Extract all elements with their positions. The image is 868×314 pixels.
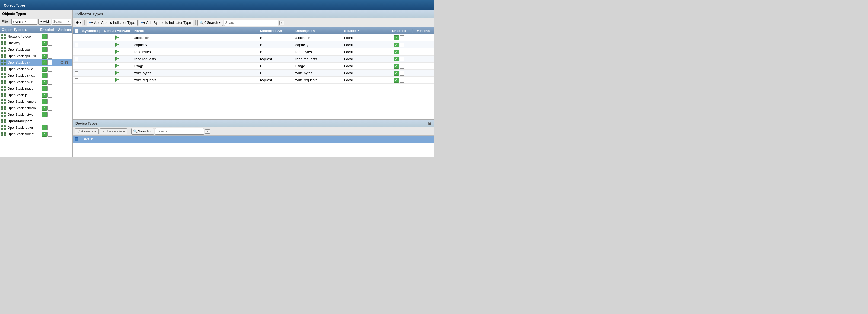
object-list-item[interactable]: OpenStack disk device✓ <box>0 66 72 72</box>
page-title: Object Types <box>4 3 26 7</box>
indicator-row[interactable]: allocation B allocation Local ✓ <box>73 34 434 41</box>
enabled-checkmark[interactable]: ✓ <box>41 67 47 72</box>
object-list-item[interactable]: OpenStack image✓ <box>0 85 72 92</box>
add-synthetic-button[interactable]: + + Add Synthetic Indicator Type <box>138 20 193 26</box>
ind-enabled-toggle[interactable] <box>400 42 404 47</box>
enabled-toggle[interactable] <box>48 112 52 117</box>
ind-enabled-checkmark[interactable]: ✓ <box>394 35 399 40</box>
object-list-item[interactable]: OpenStack cpu_util✓ <box>0 53 72 59</box>
row-checkbox[interactable] <box>74 57 79 61</box>
object-list-item[interactable]: OpenStack disk✓⚙🗑 <box>0 59 72 66</box>
row-checkbox[interactable] <box>74 71 79 75</box>
enabled-toggle[interactable] <box>48 34 52 39</box>
enabled-checkmark[interactable]: ✓ <box>41 99 47 104</box>
enabled-toggle[interactable] <box>48 86 52 91</box>
search-box-left[interactable]: × <box>52 19 71 25</box>
enabled-toggle[interactable] <box>48 60 52 65</box>
object-list-item[interactable]: OpenStack disk rate✓ <box>0 79 72 85</box>
filter-dropdown[interactable]: xStats ▼ <box>11 19 37 25</box>
row-checkbox[interactable] <box>74 78 79 82</box>
device-search-input[interactable] <box>155 128 204 135</box>
object-list-item[interactable]: OpenStack network✓ <box>0 105 72 111</box>
ind-enabled-toggle[interactable] <box>400 64 404 69</box>
enabled-checkmark[interactable]: ✓ <box>41 93 47 98</box>
collapse-icon[interactable]: ⊟ <box>428 121 431 126</box>
indicator-row[interactable]: read requests request read requests Loca… <box>73 56 434 63</box>
indicator-row[interactable]: write requests request write requests Lo… <box>73 77 434 84</box>
gear-button[interactable]: ⚙ ▼ <box>75 20 83 26</box>
device-search-dropdown[interactable]: 🔍 Search ▼ <box>131 128 154 135</box>
enabled-checkmark[interactable]: ✓ <box>41 41 47 45</box>
enabled-checkmark[interactable]: ✓ <box>41 125 47 130</box>
associate-button[interactable]: ⬡ Associate <box>75 129 99 134</box>
row-checkbox[interactable] <box>74 43 79 47</box>
object-list-item[interactable]: OpenStack disk device rate✓ <box>0 72 72 79</box>
enabled-toggle[interactable] <box>48 93 52 98</box>
indicator-row[interactable]: usage B usage Local ✓ <box>73 63 434 70</box>
delete-icon[interactable]: 🗑 <box>65 61 68 65</box>
row-checkbox[interactable] <box>74 50 79 54</box>
search-field-indicator[interactable] <box>225 21 277 25</box>
object-list-item[interactable]: OneWay✓ <box>0 40 72 46</box>
device-search-clear[interactable]: × <box>205 129 210 134</box>
enabled-checkmark[interactable]: ✓ <box>41 60 47 65</box>
enabled-toggle[interactable] <box>48 41 52 45</box>
enabled-toggle[interactable] <box>48 132 52 137</box>
enabled-toggle[interactable] <box>48 106 52 110</box>
enabled-checkmark[interactable]: ✓ <box>41 34 47 39</box>
ind-enabled-toggle[interactable] <box>400 71 404 76</box>
add-button[interactable]: + Add <box>38 19 51 25</box>
row-checkbox[interactable] <box>74 36 79 40</box>
object-list-item[interactable]: NetworkProtocol✓ <box>0 33 72 40</box>
object-list-item[interactable]: OpenStack port <box>0 118 72 124</box>
enabled-toggle[interactable] <box>48 73 52 78</box>
ind-enabled-checkmark[interactable]: ✓ <box>394 71 399 76</box>
object-list-item[interactable]: OpenStack memory✓ <box>0 98 72 105</box>
indicator-row[interactable]: capacity B capacity Local ✓ <box>73 41 434 48</box>
grid-icon <box>1 41 6 45</box>
enabled-checkmark[interactable]: ✓ <box>41 86 47 91</box>
enabled-toggle[interactable] <box>48 125 52 130</box>
device-search-field[interactable] <box>156 130 203 133</box>
ind-enabled-checkmark[interactable]: ✓ <box>394 42 399 47</box>
object-list-item[interactable]: OpenStack ip✓ <box>0 92 72 98</box>
enabled-checkmark[interactable]: ✓ <box>41 112 47 117</box>
unassociate-button[interactable]: × Unassociate <box>100 129 127 134</box>
select-all-checkbox[interactable] <box>74 29 79 33</box>
device-checkbox[interactable]: ✓ <box>74 137 79 141</box>
ind-enabled-toggle[interactable] <box>400 35 404 40</box>
ind-enabled-checkmark[interactable]: ✓ <box>394 49 399 55</box>
object-list-item[interactable]: OpenStack network rate✓ <box>0 111 72 118</box>
add-atomic-button[interactable]: + + Add Atomic Indicator Type <box>87 20 137 26</box>
search-input-left[interactable] <box>53 20 67 24</box>
row-checkbox[interactable] <box>74 64 79 68</box>
object-list-item[interactable]: OpenStack subnet✓ <box>0 131 72 137</box>
device-row[interactable]: ✓ Default <box>73 136 434 143</box>
search-clear-indicator[interactable]: × <box>279 21 284 25</box>
settings-icon[interactable]: ⚙ <box>60 61 64 65</box>
object-list-item[interactable]: OpenStack cpu✓ <box>0 46 72 53</box>
ind-enabled-toggle[interactable] <box>400 57 404 62</box>
search-input-indicator[interactable] <box>224 20 278 26</box>
enabled-checkmark[interactable]: ✓ <box>41 54 47 59</box>
enabled-checkmark[interactable]: ✓ <box>41 106 47 110</box>
enabled-checkmark[interactable]: ✓ <box>41 47 47 52</box>
enabled-checkmark[interactable]: ✓ <box>41 132 47 137</box>
enabled-toggle[interactable] <box>48 47 52 52</box>
enabled-toggle[interactable] <box>48 80 52 84</box>
enabled-checkmark[interactable]: ✓ <box>41 80 47 84</box>
search-dropdown[interactable]: 🔍 0 Search ▼ <box>197 20 223 26</box>
enabled-toggle[interactable] <box>48 99 52 104</box>
indicator-row[interactable]: write bytes B write bytes Local ✓ <box>73 70 434 77</box>
enabled-toggle[interactable] <box>48 67 52 72</box>
ind-enabled-checkmark[interactable]: ✓ <box>394 57 399 62</box>
ind-enabled-toggle[interactable] <box>400 49 404 55</box>
object-list-item[interactable]: OpenStack router✓ <box>0 124 72 131</box>
ind-enabled-toggle[interactable] <box>400 78 404 83</box>
enabled-toggle[interactable] <box>48 54 52 59</box>
search-clear-left[interactable]: × <box>67 20 70 23</box>
enabled-checkmark[interactable]: ✓ <box>41 73 47 78</box>
indicator-row[interactable]: read bytes B read bytes Local ✓ <box>73 48 434 56</box>
ind-enabled-checkmark[interactable]: ✓ <box>394 78 399 83</box>
ind-enabled-checkmark[interactable]: ✓ <box>394 64 399 69</box>
